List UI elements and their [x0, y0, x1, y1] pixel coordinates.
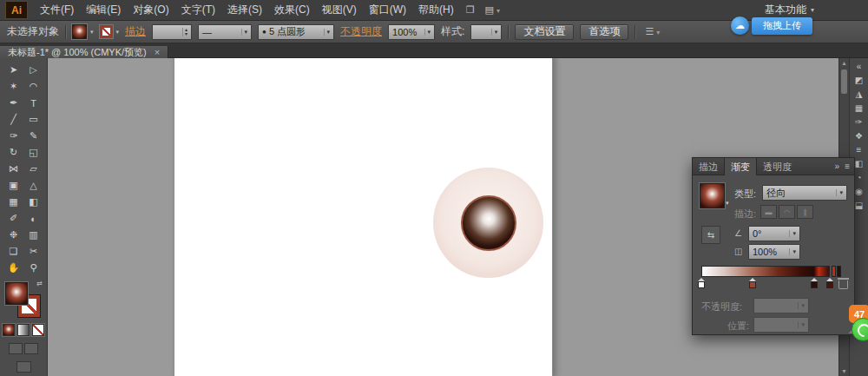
paintbrush-tool-icon[interactable]: ✑	[3, 128, 23, 144]
stroke-gradient-within-icon[interactable]: ▬	[760, 205, 777, 219]
menu-item-effect[interactable]: 效果(C)	[269, 0, 315, 20]
type-tool-icon[interactable]: T	[23, 95, 43, 111]
artboard-tool-icon[interactable]: ❏	[3, 243, 23, 260]
gradient-end-stop-dark[interactable]	[837, 266, 841, 277]
artboard[interactable]	[174, 58, 553, 376]
layers-panel-icon[interactable]: ⬓	[855, 201, 863, 210]
direct-selection-tool-icon[interactable]: ▷	[23, 62, 43, 78]
gradient-panel-header[interactable]: 描边渐变透明度 » ≡	[693, 158, 854, 175]
none-mode-button[interactable]	[32, 324, 44, 336]
symbol-sprayer-tool-icon[interactable]: ❉	[3, 227, 23, 243]
eyeball-iris[interactable]	[461, 195, 516, 251]
color-guide-panel-icon[interactable]: ◮	[856, 89, 863, 99]
screen-mode-button[interactable]	[16, 361, 31, 373]
stroke-weight-stepper[interactable]: ▴▾	[152, 24, 192, 40]
menu-item-file[interactable]: 文件(F)	[35, 0, 79, 20]
menu-item-select[interactable]: 选择(S)	[222, 0, 267, 20]
zoom-tool-icon[interactable]: ⚲	[23, 260, 43, 276]
transparency-panel-icon[interactable]: ◔	[856, 173, 861, 182]
opacity-panel-link[interactable]: 不透明度	[340, 24, 382, 39]
brushes-panel-icon[interactable]: ✑	[855, 117, 862, 127]
stroke-gradient-along-icon[interactable]: ◠	[779, 205, 795, 219]
rectangle-tool-icon[interactable]: ▭	[23, 111, 43, 128]
color-mode-button[interactable]	[3, 324, 15, 336]
toolbar-fill-swatch[interactable]	[5, 282, 28, 305]
gradient-end-stop-red[interactable]	[832, 266, 836, 277]
gradient-aspect-dropdown[interactable]: 100% ▾	[748, 244, 800, 260]
width-tool-icon[interactable]: ⋈	[3, 161, 23, 177]
free-transform-tool-icon[interactable]: ▱	[23, 161, 43, 177]
menu-item-object[interactable]: 对象(O)	[128, 0, 174, 20]
style-dropdown[interactable]: ▾	[470, 24, 502, 40]
opacity-dropdown[interactable]: 100% ▾	[388, 24, 435, 40]
gradient-stop[interactable]	[697, 278, 706, 288]
blend-tool-icon[interactable]: ◐	[23, 210, 43, 227]
symbols-panel-icon[interactable]: ❖	[855, 131, 863, 141]
reverse-gradient-button[interactable]: ⇆	[701, 226, 720, 244]
swatches-panel-icon[interactable]: ▦	[855, 103, 863, 113]
delete-stop-icon[interactable]	[838, 280, 848, 289]
stroke-panel-link[interactable]: 描边	[125, 24, 146, 39]
menu-item-help[interactable]: 帮助(H)	[413, 0, 459, 20]
color-panel-icon[interactable]: ◩	[855, 76, 863, 85]
fill-color-swatch[interactable]	[72, 24, 87, 39]
pen-tool-icon[interactable]: ✒	[3, 95, 23, 111]
rotate-tool-icon[interactable]: ↻	[3, 144, 23, 161]
shape-builder-tool-icon[interactable]: ▣	[3, 177, 23, 194]
gradient-preset-caret-icon[interactable]: ▾	[726, 200, 729, 207]
magic-wand-tool-icon[interactable]: ✶	[3, 78, 23, 95]
gradient-panel-icon[interactable]: ◧	[855, 159, 863, 168]
eyedropper-tool-icon[interactable]: ✐	[3, 210, 23, 227]
selection-tool-icon[interactable]: ➤	[3, 62, 23, 78]
gradient-bar[interactable]	[701, 266, 830, 277]
menu-item-type[interactable]: 文字(T)	[176, 0, 220, 20]
gradient-mode-button[interactable]	[17, 324, 30, 336]
hand-tool-icon[interactable]: ✋	[3, 260, 23, 276]
swap-fill-stroke-icon[interactable]: ⇄	[36, 280, 43, 287]
panel-menu-icon[interactable]: ≡	[845, 162, 850, 171]
document-setup-button[interactable]: 文档设置	[515, 24, 574, 40]
menu-item-view[interactable]: 视图(V)	[317, 0, 362, 20]
lasso-tool-icon[interactable]: ◠	[23, 78, 43, 95]
close-icon[interactable]: ×	[155, 48, 160, 57]
stroke-gradient-across-icon[interactable]: ∥	[797, 205, 813, 219]
stop-position-dropdown[interactable]: ▾	[753, 317, 809, 333]
panel-tab-gradient[interactable]: 渐变	[724, 158, 757, 175]
drag-upload-button[interactable]: 拖拽上传	[752, 17, 812, 35]
gradient-stop[interactable]	[825, 278, 834, 288]
draw-behind-button[interactable]	[24, 343, 38, 354]
collapse-panel-icon[interactable]: »	[835, 162, 840, 171]
appearance-panel-icon[interactable]: ◉	[855, 187, 863, 196]
gradient-thumbnail[interactable]	[700, 183, 725, 208]
cloud-upload-icon[interactable]: ☁	[731, 16, 749, 35]
column-graph-tool-icon[interactable]: ▥	[23, 227, 43, 243]
arrange-documents-icon[interactable]: ❐	[463, 4, 478, 16]
menu-item-edit[interactable]: 编辑(E)	[81, 0, 126, 20]
panel-tab-stroke[interactable]: 描边	[693, 158, 724, 175]
align-menu-icon[interactable]: ☰ ▾	[641, 26, 663, 37]
mesh-tool-icon[interactable]: ▦	[3, 194, 23, 210]
line-segment-tool-icon[interactable]: ╱	[3, 111, 23, 128]
panel-tab-transparency[interactable]: 透明度	[757, 158, 798, 175]
perspective-grid-tool-icon[interactable]: △	[23, 177, 43, 194]
stop-opacity-dropdown[interactable]: ▾	[753, 298, 809, 313]
scroll-up-icon[interactable]: ▲	[839, 60, 849, 66]
brush-definition-dropdown[interactable]: ● 5 点圆形 ▾	[258, 24, 334, 40]
scrollbar-thumb[interactable]	[841, 69, 847, 94]
gradient-stop[interactable]	[748, 278, 757, 288]
preferences-button[interactable]: 首选项	[580, 24, 628, 40]
menu-item-window[interactable]: 窗口(W)	[364, 0, 411, 20]
stroke-panel-icon[interactable]: ≡	[857, 145, 862, 155]
scroll-down-icon[interactable]: ▼	[839, 368, 849, 374]
pencil-tool-icon[interactable]: ✎	[23, 128, 43, 144]
app-logo[interactable]: Ai	[5, 1, 28, 19]
workspace-switcher[interactable]: 基本功能 ▾	[765, 3, 863, 17]
scale-tool-icon[interactable]: ◱	[23, 144, 43, 161]
slice-tool-icon[interactable]: ✂	[23, 243, 43, 260]
document-layout-icon[interactable]: ▤ ▾	[482, 4, 503, 16]
expand-panels-icon[interactable]: «	[857, 62, 862, 71]
gradient-tool-icon[interactable]: ◧	[23, 194, 43, 210]
gradient-type-dropdown[interactable]: 径向 ▾	[762, 185, 847, 201]
stroke-color-swatch[interactable]	[100, 25, 113, 38]
eyeball-outer[interactable]	[433, 168, 543, 278]
